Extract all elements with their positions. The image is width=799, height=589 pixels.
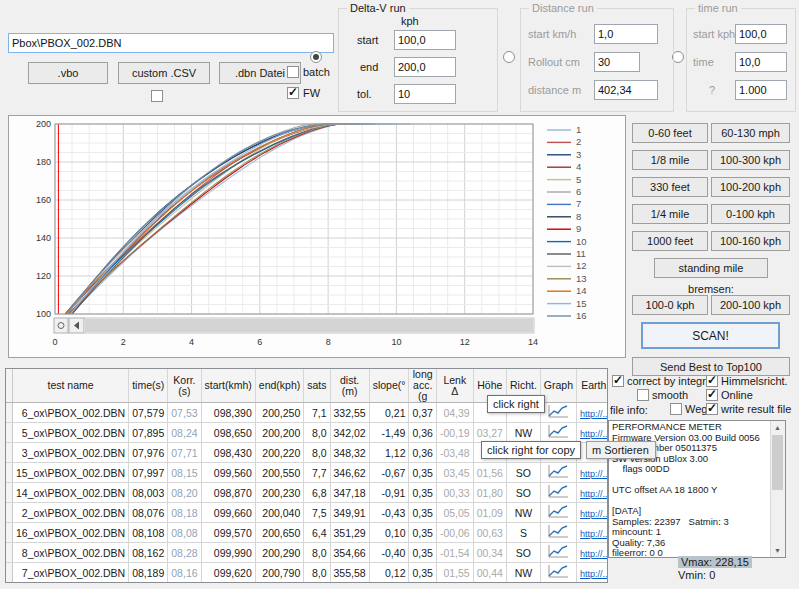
column-header-earth[interactable]: Earth xyxy=(577,369,609,403)
cell-acc[interactable]: 0,37 xyxy=(409,403,436,423)
cell-end[interactable]: 200,230 xyxy=(255,483,303,503)
time-input[interactable] xyxy=(735,52,787,72)
distance-start-input[interactable] xyxy=(594,24,658,44)
cell-korr[interactable]: 08,17 xyxy=(168,583,201,584)
column-header-end-kph[interactable]: end(kph) xyxy=(255,369,303,403)
graph-cell[interactable] xyxy=(540,523,576,543)
cell-time[interactable]: 07,976 xyxy=(129,443,168,463)
earth-link-cell[interactable]: http://.. xyxy=(577,523,609,543)
cell-start[interactable]: 098,430 xyxy=(201,443,255,463)
delta-tol-input[interactable] xyxy=(394,84,456,104)
smooth-checkbox[interactable] xyxy=(637,389,649,401)
cell-lenk[interactable]: -01,54 xyxy=(436,543,473,563)
earth-link-cell[interactable]: http://.. xyxy=(577,583,609,584)
earth-link-cell[interactable]: http://.. xyxy=(577,423,609,443)
graph-icon[interactable] xyxy=(547,404,569,419)
earth-link[interactable]: http://.. xyxy=(580,509,608,519)
cell-start[interactable]: 099,620 xyxy=(201,563,255,583)
earth-link[interactable]: http://.. xyxy=(580,429,608,439)
cell-end[interactable]: 200,650 xyxy=(255,523,303,543)
cell-sats[interactable]: 7,1 xyxy=(304,403,330,423)
earth-link-cell[interactable]: http://.. xyxy=(577,463,609,483)
cell-richt[interactable] xyxy=(506,583,540,584)
cell-richt[interactable]: NW xyxy=(506,423,540,443)
earth-link[interactable]: http://.. xyxy=(580,409,608,419)
cell-korr[interactable]: 08,16 xyxy=(168,563,201,583)
cell-acc[interactable]: 0,35 xyxy=(409,523,436,543)
cell-start[interactable]: 099,570 xyxy=(201,523,255,543)
cell-end[interactable]: 200,250 xyxy=(255,403,303,423)
earth-link[interactable]: http://.. xyxy=(580,569,608,579)
graph-icon[interactable] xyxy=(547,524,569,539)
button-1-8-mile[interactable]: 1/8 mile xyxy=(632,150,708,170)
cell-dist[interactable]: 342,02 xyxy=(330,423,369,443)
button-0-100-kph[interactable]: 0-100 kph xyxy=(711,204,790,224)
cell-lenk[interactable]: -00,06 xyxy=(436,523,473,543)
online-checkbox[interactable] xyxy=(706,389,718,401)
speed-chart[interactable]: 0246810121410012014016018020012345678910… xyxy=(9,116,625,357)
cell-richt[interactable]: NW xyxy=(506,563,540,583)
cell-start[interactable]: 099,990 xyxy=(201,543,255,563)
cell-sats[interactable]: 8,0 xyxy=(304,443,330,463)
cell-time[interactable]: 08,076 xyxy=(129,503,168,523)
cell-name[interactable]: 14_ox\PBOX_002.DBN xyxy=(13,483,129,503)
cell-start[interactable]: 098,870 xyxy=(201,483,255,503)
filename-input[interactable] xyxy=(8,33,334,53)
earth-link[interactable]: http://.. xyxy=(580,489,608,499)
cell-name[interactable]: 2_ox\PBOX_002.DBN xyxy=(13,503,129,523)
cell-dist[interactable]: 349,91 xyxy=(330,503,369,523)
cell-time[interactable]: 08,162 xyxy=(129,543,168,563)
cell-richt[interactable]: NW xyxy=(506,503,540,523)
scrollbar-thumb[interactable] xyxy=(772,435,783,490)
cell-acc[interactable]: 0,35 xyxy=(409,483,436,503)
cell-dist[interactable]: 351,29 xyxy=(330,523,369,543)
cell-korr[interactable]: 08,24 xyxy=(168,423,201,443)
graph-cell[interactable] xyxy=(540,423,576,443)
cell-lenk[interactable]: 01,55 xyxy=(436,563,473,583)
button-send-best-to-top100[interactable]: Send Best to Top100 xyxy=(632,357,790,376)
cell-end[interactable]: 200,290 xyxy=(255,543,303,563)
graph-cell[interactable] xyxy=(540,503,576,523)
cell-korr[interactable]: 07,53 xyxy=(168,403,201,423)
cell-lenk[interactable]: 00,33 xyxy=(436,483,473,503)
fw-checkbox[interactable] xyxy=(287,87,299,99)
cell-sats[interactable]: 7,5 xyxy=(304,503,330,523)
weg-checkbox[interactable] xyxy=(670,403,682,415)
cell-acc[interactable]: 0,35 xyxy=(409,543,436,563)
cell-hoehe[interactable]: 01,80 xyxy=(473,483,506,503)
cell-name[interactable]: 7_ox\PBOX_002.DBN xyxy=(13,563,129,583)
column-header-dist-m[interactable]: dist.(m) xyxy=(330,369,369,403)
cell-slope[interactable]: 0,21 xyxy=(369,403,409,423)
info-scrollbar[interactable]: ▲ ▼ xyxy=(770,421,785,557)
graph-icon[interactable] xyxy=(547,424,569,439)
cell-hoehe[interactable]: 00,63 xyxy=(473,523,506,543)
cell-acc[interactable]: 0,35 xyxy=(409,503,436,523)
cell-slope[interactable]: 0,12 xyxy=(369,563,409,583)
graph-cell[interactable] xyxy=(540,543,576,563)
button-1-4-mile[interactable]: 1/4 mile xyxy=(632,204,708,224)
cell-name[interactable]: 6_ox\PBOX_002.DBN xyxy=(13,403,129,423)
cell-sats[interactable]: 8,0 xyxy=(304,543,330,563)
graph-icon[interactable] xyxy=(547,544,569,559)
cell-hoehe[interactable]: 03,27 xyxy=(473,423,506,443)
cell-slope[interactable]: 0,10 xyxy=(369,523,409,543)
cell-korr[interactable]: 08,28 xyxy=(168,543,201,563)
cell-richt[interactable]: S xyxy=(506,523,540,543)
graph-icon[interactable] xyxy=(547,564,569,579)
cell-sats[interactable]: 7,7 xyxy=(304,463,330,483)
earth-link-cell[interactable]: http://.. xyxy=(577,403,609,423)
cell-end[interactable]: 200,040 xyxy=(255,503,303,523)
cell-sats[interactable]: 6,4 xyxy=(304,523,330,543)
column-header-slope[interactable]: slope(° xyxy=(369,369,409,403)
earth-link-cell[interactable]: http://.. xyxy=(577,483,609,503)
cell-lenk[interactable]: -00,19 xyxy=(436,423,473,443)
cell-slope[interactable]: -0,43 xyxy=(369,503,409,523)
graph-cell[interactable] xyxy=(540,563,576,583)
column-header-korr-s[interactable]: Korr.(s) xyxy=(168,369,201,403)
cell-dist[interactable]: 356,87 xyxy=(330,583,369,584)
column-header-graph[interactable]: Graph xyxy=(540,369,576,403)
cell-time[interactable]: 08,108 xyxy=(129,523,168,543)
earth-link[interactable]: http://.. xyxy=(580,469,608,479)
cell-acc[interactable]: 0,36 xyxy=(409,443,436,463)
cell-lenk[interactable]: 05,05 xyxy=(436,503,473,523)
